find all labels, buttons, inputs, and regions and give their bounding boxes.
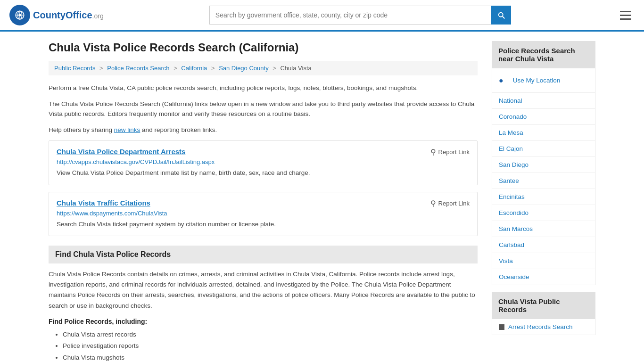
link-card-arrests-header: Chula Vista Police Department Arrests ⚲ … — [57, 148, 470, 156]
report-link-button-1[interactable]: ⚲ Report Link — [430, 148, 470, 156]
nearby-carlsbad-link[interactable]: Carlsbad — [492, 237, 595, 253]
link-card-citations: Chula Vista Traffic Citations ⚲ Report L… — [49, 192, 478, 236]
sidebar-nearby-list: ● Use My Location National Coronado La M… — [492, 68, 595, 285]
sidebar: Police Records Search near Chula Vista ●… — [492, 41, 595, 362]
sidebar-item-coronado: Coronado — [492, 109, 595, 125]
sidebar-item-el-cajon: El Cajon — [492, 141, 595, 157]
report-link-label-2: Report Link — [438, 200, 470, 207]
breadcrumb-san-diego-county[interactable]: San Diego County — [219, 65, 269, 72]
sidebar-square-icon — [499, 324, 504, 330]
find-section-body: Chula Vista Police Records contain detai… — [49, 269, 478, 311]
nearby-vista-link[interactable]: Vista — [492, 253, 595, 269]
nearby-san-diego-link[interactable]: San Diego — [492, 157, 595, 173]
nearby-escondido-link[interactable]: Escondido — [492, 205, 595, 221]
search-button[interactable] — [491, 6, 511, 25]
nearby-coronado-link[interactable]: Coronado — [492, 109, 595, 124]
para3-suffix: and reporting broken links. — [140, 126, 217, 133]
breadcrumb-chula-vista: Chula Vista — [280, 65, 311, 72]
sidebar-item-oceanside: Oceanside — [492, 269, 595, 285]
link-card-citations-header: Chula Vista Traffic Citations ⚲ Report L… — [57, 199, 470, 208]
citations-link-desc: Search Chula Vista ticket payment system… — [57, 220, 470, 229]
location-pin-icon: ● — [499, 76, 504, 85]
sidebar-item-vista: Vista — [492, 253, 595, 269]
bc-sep-3: > — [211, 65, 215, 72]
nearby-santee-link[interactable]: Santee — [492, 173, 595, 189]
bullet-item-3: Chula Vista mugshots — [63, 352, 478, 362]
header: CountyOffice.org — [0, 0, 644, 32]
svg-point-5 — [18, 14, 21, 16]
description-para3: Help others by sharing new links and rep… — [49, 125, 478, 135]
search-input[interactable] — [209, 6, 491, 25]
sidebar-item-carlsbad: Carlsbad — [492, 237, 595, 253]
link-card-arrests: Chula Vista Police Department Arrests ⚲ … — [49, 140, 478, 185]
sidebar-item-escondido: Escondido — [492, 205, 595, 221]
content-area: Chula Vista Police Records Search (Calif… — [49, 41, 478, 362]
sidebar-public-records-item-1: Arrest Records Search — [492, 319, 595, 335]
report-link-button-2[interactable]: ⚲ Report Link — [430, 199, 470, 208]
bc-sep-1: > — [99, 65, 103, 72]
find-police-records-subheading: Find Police Records, including: — [49, 318, 478, 325]
page-title: Chula Vista Police Records Search (Calif… — [49, 41, 478, 54]
logo-text[interactable]: CountyOffice.org — [33, 10, 104, 21]
citations-link-url[interactable]: https://www.dspayments.com/ChulaVista — [57, 210, 470, 217]
breadcrumb: Public Records > Police Records Search >… — [49, 61, 478, 75]
sidebar-public-records-title: Chula Vista Public Records — [492, 292, 595, 319]
sidebar-item-san-diego: San Diego — [492, 157, 595, 173]
arrests-link-url[interactable]: http://cvapps.chulavistaca.gov/CVPDJail/… — [57, 158, 470, 165]
sidebar-item-la-mesa: La Mesa — [492, 125, 595, 141]
sidebar-nearby-title: Police Records Search near Chula Vista — [492, 41, 595, 68]
sidebar-use-location-item: ● Use My Location — [492, 68, 595, 93]
nearby-san-marcos-link[interactable]: San Marcos — [492, 221, 595, 237]
nearby-el-cajon-link[interactable]: El Cajon — [492, 141, 595, 156]
bullet-item-1: Chula Vista arrest records — [63, 329, 478, 340]
use-my-location-link[interactable]: Use My Location — [506, 73, 567, 88]
arrest-records-search-link[interactable]: Arrest Records Search — [508, 323, 573, 330]
bc-sep-4: > — [272, 65, 276, 72]
arrests-link-title[interactable]: Chula Vista Police Department Arrests — [57, 148, 185, 156]
nearby-national-link[interactable]: National — [492, 93, 595, 108]
menu-line-3 — [620, 18, 631, 20]
logo-icon — [9, 5, 30, 25]
report-icon-2: ⚲ — [430, 199, 436, 208]
sidebar-item-national: National — [492, 93, 595, 109]
search-area — [209, 6, 511, 25]
police-records-list: Chula Vista arrest records Police invest… — [49, 329, 478, 362]
main-container: Chula Vista Police Records Search (Calif… — [39, 32, 605, 362]
menu-line-2 — [620, 15, 631, 16]
sidebar-item-san-marcos: San Marcos — [492, 221, 595, 237]
sidebar-public-records-list: Arrest Records Search — [492, 319, 595, 335]
new-links-link[interactable]: new links — [114, 126, 140, 133]
sidebar-item-encinitas: Encinitas — [492, 189, 595, 205]
breadcrumb-california[interactable]: California — [181, 65, 207, 72]
report-icon-1: ⚲ — [430, 148, 436, 156]
description-para1: Perform a free Chula Vista, CA public po… — [49, 83, 478, 93]
bullet-item-2: Police investigation reports — [63, 340, 478, 352]
nearby-oceanside-link[interactable]: Oceanside — [492, 269, 595, 285]
report-link-label-1: Report Link — [438, 148, 470, 156]
logo-area: CountyOffice.org — [9, 5, 104, 25]
nearby-encinitas-link[interactable]: Encinitas — [492, 189, 595, 205]
citations-link-title[interactable]: Chula Vista Traffic Citations — [57, 199, 150, 207]
sidebar-item-santee: Santee — [492, 173, 595, 189]
description-para2: The Chula Vista Police Records Search (C… — [49, 99, 478, 119]
nearby-la-mesa-link[interactable]: La Mesa — [492, 125, 595, 140]
arrests-link-desc: View Chula Vista Police Department inmat… — [57, 168, 470, 178]
para3-prefix: Help others by sharing — [49, 126, 114, 133]
bc-sep-2: > — [173, 65, 177, 72]
hamburger-menu-button[interactable] — [617, 6, 635, 24]
find-section-heading: Find Chula Vista Police Records — [49, 246, 478, 263]
breadcrumb-public-records[interactable]: Public Records — [54, 65, 95, 72]
menu-line-1 — [620, 11, 631, 12]
breadcrumb-police-records-search[interactable]: Police Records Search — [107, 65, 169, 72]
